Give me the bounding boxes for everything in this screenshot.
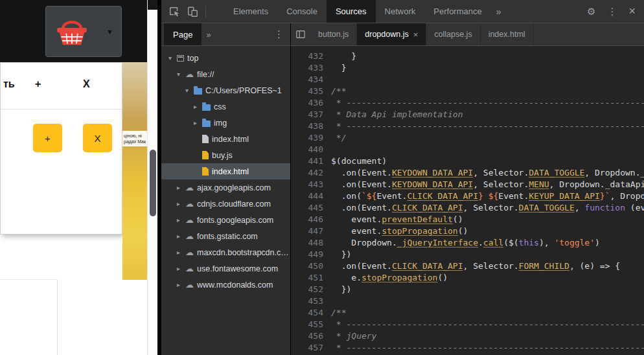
code-text: $(document)	[331, 155, 644, 167]
remove-item-button[interactable]: X	[83, 124, 112, 152]
tree-item-ajax.googleapis.com[interactable]: ▸☁ajax.googleapis.com	[161, 179, 290, 196]
editor-tab-label: button.js	[318, 30, 349, 39]
page-scrollbar[interactable]	[147, 0, 157, 355]
expander-icon[interactable]: ▾	[167, 54, 174, 62]
line-number[interactable]: 452	[291, 284, 331, 295]
line-number[interactable]: 449	[291, 249, 331, 260]
line-number[interactable]: 455	[291, 319, 331, 330]
tree-item-use.fontawesome.com[interactable]: ▸☁use.fontawesome.com	[161, 260, 290, 277]
expander-icon[interactable]: ▸	[175, 233, 182, 240]
tree-item-maxcdn.bootstrapcdn.com[interactable]: ▸☁maxcdn.bootstrapcdn.com	[161, 244, 290, 260]
expander-icon[interactable]: ▸	[175, 216, 182, 223]
tree-item-label: use.fontawesome.com	[197, 264, 290, 273]
caption-line-2: радах Мак	[124, 139, 146, 144]
expander-icon[interactable]: ▸	[192, 103, 199, 110]
tree-item-top[interactable]: ▾top	[161, 50, 290, 66]
expander-icon[interactable]: ▸	[175, 184, 182, 191]
line-number[interactable]: 446	[291, 214, 331, 225]
line-number[interactable]: 436	[291, 97, 331, 109]
navigator-tab-page[interactable]: Page	[164, 23, 201, 45]
editor-tab-button.js[interactable]: button.js	[310, 23, 357, 45]
tree-item-c-users-profes-1[interactable]: ▾C:/Users/PROFES~1	[161, 82, 290, 98]
tree-item-file-[interactable]: ▾☁file://	[161, 66, 290, 82]
line-number[interactable]: 439	[291, 132, 331, 144]
tree-item-img[interactable]: ▸img	[161, 115, 290, 131]
code-text: .on(Event.KEYDOWN_DATA_API, Selector.MEN…	[331, 179, 644, 190]
tree-item-index.html[interactable]: index.html	[161, 163, 290, 179]
column-label-plus: +	[35, 78, 41, 90]
editor-tab-dropdown.js[interactable]: dropdown.js×	[357, 23, 426, 45]
devtools-tab-console[interactable]: Console	[277, 0, 327, 23]
line-number[interactable]: 456	[291, 330, 331, 342]
expander-icon[interactable]: ▸	[175, 265, 182, 272]
device-toolbar-icon[interactable]	[183, 3, 201, 20]
devtools-tab-performance[interactable]: Performance	[424, 0, 490, 23]
cloud-icon: ☁	[185, 232, 194, 240]
line-number[interactable]: 437	[291, 109, 331, 120]
devtools-subbar: Page » ⋮ button.jsdropdown.js×collapse.j…	[161, 23, 644, 46]
line-number[interactable]: 453	[291, 295, 331, 307]
more-panels-chevron[interactable]: »	[491, 6, 507, 17]
toolbar-divider	[205, 6, 206, 17]
code-text: .on(Event.CLICK_DATA_API, Selector.DATA_…	[331, 202, 644, 214]
line-number[interactable]: 451	[291, 272, 331, 284]
expander-icon[interactable]: ▸	[175, 200, 182, 207]
line-number[interactable]: 441	[291, 155, 331, 167]
line-number[interactable]: 454	[291, 307, 331, 319]
line-number[interactable]: 442	[291, 167, 331, 179]
close-tab-icon[interactable]: ×	[413, 30, 419, 40]
editor-tab-index.html[interactable]: index.html	[481, 23, 534, 45]
tree-item-fonts.googleapis.com[interactable]: ▸☁fonts.googleapis.com	[161, 212, 290, 228]
code-lines: 432 }433 }434435/**436 * ---------------…	[291, 51, 644, 354]
tree-item-label: fonts.gstatic.com	[197, 232, 290, 241]
line-number[interactable]: 457	[291, 342, 331, 354]
settings-gear-icon[interactable]: ⚙	[581, 6, 601, 17]
code-text: e.stopPropagation()	[331, 272, 644, 284]
navigator-kebab-icon[interactable]: ⋮	[268, 29, 290, 40]
kebab-menu-icon[interactable]: ⋮	[601, 6, 623, 17]
line-number[interactable]: 445	[291, 202, 331, 214]
close-devtools-icon[interactable]: ×	[623, 5, 641, 18]
expander-icon[interactable]: ▸	[192, 119, 199, 126]
cart-dropdown-panel: ть + X + X	[0, 62, 122, 235]
line-number[interactable]: 448	[291, 237, 331, 249]
line-number[interactable]: 447	[291, 225, 331, 237]
code-editor[interactable]: 432 }433 }434435/**436 * ---------------…	[291, 46, 644, 355]
code-text: * --------------------------------------…	[331, 97, 644, 109]
tree-item-index.html[interactable]: index.html	[161, 131, 290, 147]
code-text	[331, 74, 644, 86]
expander-icon[interactable]: ▾	[183, 87, 190, 94]
expander-icon[interactable]: ▸	[175, 281, 182, 288]
devtools-tab-elements[interactable]: Elements	[224, 0, 277, 23]
tree-item-buy.js[interactable]: buy.js	[161, 147, 290, 163]
editor-pane-icon[interactable]	[291, 23, 310, 45]
line-number[interactable]: 432	[291, 51, 331, 62]
tree-item-css[interactable]: ▸css	[161, 98, 290, 115]
navigator-more-tabs-chevron[interactable]: »	[201, 30, 215, 40]
tree-item-label: file://	[197, 70, 290, 79]
inspect-icon[interactable]	[165, 3, 183, 20]
tree-item-www.mcdonalds.com[interactable]: ▸☁www.mcdonalds.com	[161, 277, 290, 293]
line-number[interactable]: 443	[291, 179, 331, 190]
tree-item-cdnjs.cloudflare.com[interactable]: ▸☁cdnjs.cloudflare.com	[161, 196, 290, 212]
devtools-tab-sources[interactable]: Sources	[327, 0, 376, 23]
expander-icon[interactable]: ▸	[175, 249, 182, 256]
line-number[interactable]: 435	[291, 86, 331, 97]
increase-quantity-button[interactable]: +	[33, 124, 62, 152]
line-number[interactable]: 438	[291, 120, 331, 132]
line-number[interactable]: 450	[291, 260, 331, 272]
scrollbar-thumb[interactable]	[150, 150, 156, 216]
cart-dropdown-toggle[interactable]: ▼	[45, 6, 122, 57]
tree-item-label: www.mcdonalds.com	[197, 281, 290, 290]
line-number[interactable]: 440	[291, 144, 331, 155]
line-number[interactable]: 434	[291, 74, 331, 86]
tree-item-fonts.gstatic.com[interactable]: ▸☁fonts.gstatic.com	[161, 228, 290, 244]
code-line: 438 * ----------------------------------…	[291, 120, 644, 132]
line-number[interactable]: 444	[291, 190, 331, 202]
screenshot-root: ▼ ть + X + X ціною, ні радах Мак	[0, 0, 644, 355]
scrollbar-top-button[interactable]	[148, 0, 157, 10]
expander-icon[interactable]: ▾	[175, 71, 182, 78]
line-number[interactable]: 433	[291, 62, 331, 74]
devtools-tab-network[interactable]: Network	[376, 0, 425, 23]
editor-tab-collapse.js[interactable]: collapse.js	[426, 23, 480, 45]
